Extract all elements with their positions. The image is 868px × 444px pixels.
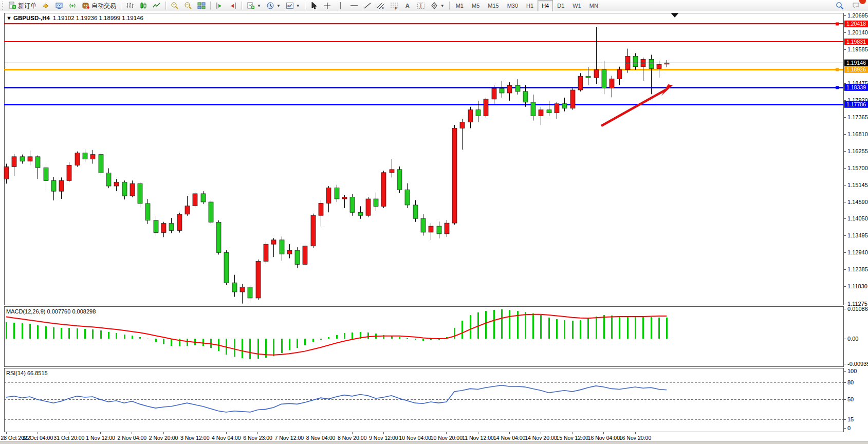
price-tick-label: 1.19585: [847, 46, 868, 52]
search-button[interactable]: [833, 0, 846, 12]
rsi-tick-label: 50: [847, 396, 854, 402]
auto-scroll-button[interactable]: [226, 0, 239, 12]
price-tick-label: 1.17365: [847, 114, 868, 120]
templates-button[interactable]: ▼: [283, 0, 303, 12]
chart-symbol-label: GBPUSD-,H4: [13, 15, 50, 21]
timeframe-m30-button[interactable]: M30: [503, 0, 522, 12]
tile-windows-button[interactable]: [195, 0, 208, 12]
price-line-badge-value: 1.17786: [846, 101, 866, 107]
date-tick-label: 14 Nov 04:00: [493, 435, 526, 441]
price-tick-label: 1.11830: [847, 283, 867, 289]
price-line-badge-value: 1.19831: [846, 39, 866, 45]
toolbar-separator: [210, 2, 211, 10]
price-tick-label: 1.15145: [847, 182, 868, 188]
market-watch-icon: [55, 2, 63, 10]
date-tick-label: 7 Nov 12:00: [274, 435, 304, 441]
chart-line-button[interactable]: [150, 0, 163, 12]
market-watch-button[interactable]: [52, 0, 66, 12]
autotrading-button[interactable]: 自动交易: [79, 0, 119, 12]
chat-icon: [852, 2, 860, 10]
periods-icon: [266, 2, 274, 10]
auto-scroll-icon: [229, 2, 237, 10]
toolbar-separator: [449, 2, 450, 10]
timeframe-w1-button[interactable]: W1: [568, 0, 585, 12]
profiles-button[interactable]: [39, 0, 52, 12]
date-tick-label: 10 Nov 04:00: [399, 435, 431, 441]
hline-handle[interactable]: [836, 22, 839, 25]
text-button[interactable]: A: [401, 0, 414, 12]
text-icon: A: [403, 2, 412, 10]
svg-text:T: T: [419, 3, 422, 9]
price-tick-label: 1.15700: [847, 165, 868, 171]
chart-candles-button[interactable]: [137, 0, 150, 12]
chart-shift-button[interactable]: [213, 0, 226, 12]
date-tick-label: 31 Oct 04:00: [22, 435, 53, 441]
trendline-button[interactable]: [361, 0, 374, 12]
new-chart-button[interactable]: ▼: [244, 0, 264, 12]
chart-line-icon: [153, 2, 161, 10]
timeframe-m5-button[interactable]: M5: [468, 0, 484, 12]
new-chart-icon: [247, 2, 255, 10]
signals-button[interactable]: [66, 0, 79, 12]
timeframe-mn-button[interactable]: MN: [585, 0, 602, 12]
rsi-tick-label: 100: [847, 368, 857, 374]
notification-badge: [859, 0, 866, 4]
cursor-button[interactable]: [307, 0, 321, 12]
chart-bars-button[interactable]: [123, 0, 137, 12]
macd-tick-label: 0.00: [847, 336, 858, 342]
hline-icon: [350, 2, 358, 10]
date-tick-label: 10 Nov 20:00: [431, 435, 463, 441]
price-tick-label: 1.16255: [847, 148, 868, 154]
toolbar-separator: [305, 2, 305, 10]
crosshair-icon: [323, 2, 331, 10]
chart-window[interactable]: ▼GBPUSD-,H41.19102 1.19236 1.18999 1.191…: [0, 11, 868, 442]
arrows-tool-button[interactable]: ▼: [428, 0, 447, 12]
date-tick-label: 15 Nov 12:00: [556, 435, 588, 441]
zoom-in-button[interactable]: [168, 0, 181, 12]
channel-button[interactable]: E: [374, 0, 387, 12]
price-tick-label: 1.20140: [847, 29, 868, 35]
channel-icon: E: [377, 2, 385, 10]
dropdown-caret-icon: ▼: [276, 4, 281, 8]
profiles-icon: [42, 2, 50, 10]
zoom-out-button[interactable]: [181, 0, 195, 12]
dropdown-caret-icon: ▼: [440, 4, 445, 8]
date-tick-label: 3 Nov 12:00: [180, 435, 210, 441]
hline-handle[interactable]: [836, 68, 839, 71]
vline-button[interactable]: [334, 0, 347, 12]
crosshair-button[interactable]: [321, 0, 334, 12]
notifications-button[interactable]: [849, 0, 863, 12]
timeframe-h1-button[interactable]: H1: [522, 0, 538, 12]
chart-candles-icon: [139, 2, 147, 10]
rsi-tick-label: 0: [847, 425, 851, 431]
search-icon: [836, 2, 844, 10]
macd-pane[interactable]: [4, 306, 843, 366]
hline-button[interactable]: [347, 0, 361, 12]
time-axis[interactable]: 28 Oct 202231 Oct 04:0031 Oct 20:001 Nov…: [1, 432, 651, 441]
timeframe-m15-button[interactable]: M15: [484, 0, 503, 12]
date-tick-label: 8 Nov 20:00: [338, 435, 367, 441]
dropdown-caret-icon: ▼: [296, 4, 300, 8]
text-label-button[interactable]: T: [414, 0, 428, 12]
periods-button[interactable]: ▼: [264, 0, 283, 12]
timeframe-m1-button[interactable]: M1: [452, 0, 468, 12]
rsi-label: RSI(14) 66.8515: [6, 370, 48, 376]
templates-icon: [286, 2, 294, 10]
fibonacci-button[interactable]: F: [387, 0, 401, 12]
dropdown-caret-icon: ▼: [257, 4, 261, 8]
main-pane[interactable]: [4, 13, 843, 305]
date-tick-label: 6 Nov 23:00: [243, 435, 272, 441]
toolbar-separator: [165, 2, 166, 10]
zoom-in-icon: [171, 2, 179, 10]
timeframe-d1-button[interactable]: D1: [553, 0, 568, 12]
rsi-tick-label: 15: [847, 416, 854, 422]
date-tick-label: 2 Nov 04:00: [117, 435, 146, 441]
svg-text:F: F: [395, 7, 397, 10]
chart-title-toggle-icon[interactable]: ▼: [6, 15, 12, 21]
zoom-out-icon: [184, 2, 192, 10]
timeframe-h4-button[interactable]: H4: [538, 0, 553, 12]
hline-handle[interactable]: [836, 86, 839, 89]
price-tick-label: 1.16810: [847, 131, 868, 137]
chart-canvas[interactable]: ▼GBPUSD-,H41.19102 1.19236 1.18999 1.191…: [0, 11, 868, 442]
new-order-button[interactable]: 新订单: [6, 0, 39, 12]
